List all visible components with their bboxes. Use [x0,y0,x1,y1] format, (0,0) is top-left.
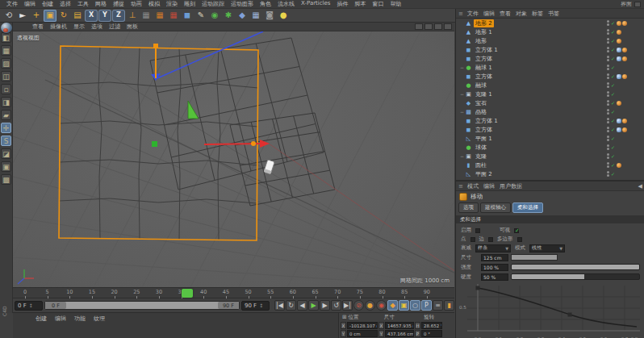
object-row[interactable]: − ▣ 克隆 ✓ [456,152,644,161]
object-row[interactable]: ◆ 宝石 ✓ [456,98,644,107]
range-right-handle[interactable]: 90 F [218,302,239,309]
menu-item[interactable]: 运动图形 [228,0,257,8]
menu-item[interactable]: 捕捉 [110,0,128,8]
object-label[interactable]: 平面 1 [474,135,494,143]
object-tag-icon[interactable] [622,119,627,123]
attribute-tab[interactable]: 柔和选择 [512,202,543,213]
enabled-check-icon[interactable]: ✓ [611,65,615,70]
workplane-mode-icon[interactable]: ◫ [1,71,11,81]
edges-mode-icon[interactable]: ◨ [1,97,11,107]
object-row[interactable]: − ▩ 晶格 ✓ [456,107,644,116]
live-selection-icon[interactable]: ► [16,10,29,22]
object-tag-icon[interactable] [617,30,621,35]
object-row[interactable]: − ▣ 克隆 1 ✓ [456,90,644,98]
hardness-field[interactable]: 50 % [481,273,508,281]
size-y-field[interactable]: 437.166 cm [385,330,414,337]
viewport-menu-item[interactable]: 摄像机 [47,23,70,31]
strength-slider[interactable] [511,264,640,270]
object-tag-icon[interactable] [617,127,621,132]
material-menu-item[interactable]: 纹理 [90,315,108,323]
size-y-button[interactable]: Y [378,330,384,337]
view-rotate-icon[interactable] [434,23,442,30]
rot-h-button[interactable]: H [415,322,420,329]
undo-icon[interactable]: ⟲ [2,10,15,22]
spline-pen-icon[interactable]: ✎ [194,10,207,22]
scale-tool-icon[interactable]: ▣ [44,10,56,22]
object-label[interactable]: 圆柱 [474,161,488,169]
make-editable-icon[interactable]: ◧ [1,32,11,43]
object-tag-icon[interactable] [617,21,621,26]
viewport-menu-item[interactable]: 面板 [123,23,141,31]
visibility-dots-icon[interactable] [607,162,609,168]
z-axis-lock-button[interactable]: Z [112,10,125,22]
visibility-dots-icon[interactable] [607,109,609,115]
enable-axis-icon[interactable]: ✛ [1,123,11,133]
object-tag-icon[interactable] [622,48,627,52]
polygons-checkbox[interactable] [517,237,522,242]
render-picture-viewer-icon[interactable]: ▦ [153,10,166,22]
hardness-slider[interactable] [511,273,640,280]
object-label[interactable]: 地形 [474,37,488,45]
visibility-dots-icon[interactable] [607,47,609,52]
visibility-dots-icon[interactable] [607,82,609,88]
object-row[interactable]: ● 融球 ✓ [456,81,644,90]
menu-item[interactable]: 渲染 [163,0,181,8]
visibility-dots-icon[interactable] [607,73,609,79]
menu-item[interactable]: 流水线 [274,0,298,8]
move-tool-icon[interactable]: + [30,10,43,22]
menu-item[interactable]: 网格 [92,0,110,8]
panel-menu-icon[interactable]: ≡ [458,10,463,17]
object-label[interactable]: 晶格 [474,108,488,116]
visibility-dots-icon[interactable] [607,56,609,61]
enabled-check-icon[interactable]: ✓ [611,38,615,44]
section-header[interactable]: 柔和选择 [456,215,644,223]
key-scale-toggle[interactable]: ▣ [399,300,409,311]
menu-item[interactable]: 运动跟踪 [199,0,228,8]
object-manager-menu-item[interactable]: 书签 [546,10,562,18]
object-row[interactable]: ▲ 地形 2 ✓ [456,19,644,27]
visibility-dots-icon[interactable] [607,171,609,177]
object-label[interactable]: 立方体 1 [474,117,500,125]
record-active-button[interactable]: ◉ [376,300,387,311]
dock-tab[interactable]: C4D [2,306,7,316]
menu-item[interactable]: 工具 [74,0,92,8]
goto-end-button[interactable]: ▶| [342,300,353,311]
object-tag-icon[interactable] [617,48,621,52]
enable-checkbox[interactable] [475,228,480,233]
pos-y-button[interactable]: Y [341,330,346,337]
object-label[interactable]: 地形 2 [474,19,494,27]
object-tag-icon[interactable] [617,163,621,168]
enabled-check-icon[interactable]: ✓ [611,118,615,123]
enabled-check-icon[interactable]: ✓ [611,144,615,150]
object-row[interactable]: ◼ 立方体 ✓ [456,72,644,81]
model-mode-icon[interactable]: ▦ [1,45,11,56]
object-row[interactable]: ▲ 地形 ✓ [456,36,644,45]
object-row[interactable]: ◼ 立方体 ✓ [456,125,644,134]
play-forwards-button[interactable]: ▶ [308,300,319,311]
rotate-tool-icon[interactable]: ↻ [57,10,70,22]
menu-item[interactable]: 插件 [333,0,351,8]
light-icon[interactable]: ● [277,10,290,22]
environment-icon[interactable]: ◆ [236,10,249,22]
history-back-icon[interactable]: ◀ [636,183,644,190]
visibility-dots-icon[interactable] [607,118,609,123]
view-zoom-icon[interactable] [424,23,433,30]
key-parameter-toggle[interactable]: P [421,300,432,311]
object-tag-icon[interactable] [617,56,621,61]
attribute-tab[interactable]: 建模轴心 [480,202,511,213]
object-row[interactable]: ▮ 圆柱 ✓ [456,161,644,169]
object-row[interactable]: ◺ 平面 2 ✓ [456,169,644,178]
attribute-menu-item[interactable]: 模式 [465,182,481,190]
object-label[interactable]: 立方体 [474,73,494,81]
visibility-dots-icon[interactable] [607,20,609,26]
object-row[interactable]: ◼ 立方体 ✓ [456,54,644,63]
range-end-field[interactable]: 90 F↕ [241,301,270,311]
object-tag-icon[interactable] [622,56,627,61]
render-view-icon[interactable]: ▦ [140,10,153,22]
visibility-dots-icon[interactable] [607,127,609,132]
polygons-mode-icon[interactable]: ▰ [1,110,11,120]
camera-icon[interactable]: ◙ [263,10,276,22]
y-axis-lock-button[interactable]: Y [98,10,111,22]
enabled-check-icon[interactable]: ✓ [611,73,615,79]
expand-toggle-icon[interactable]: − [459,153,465,159]
